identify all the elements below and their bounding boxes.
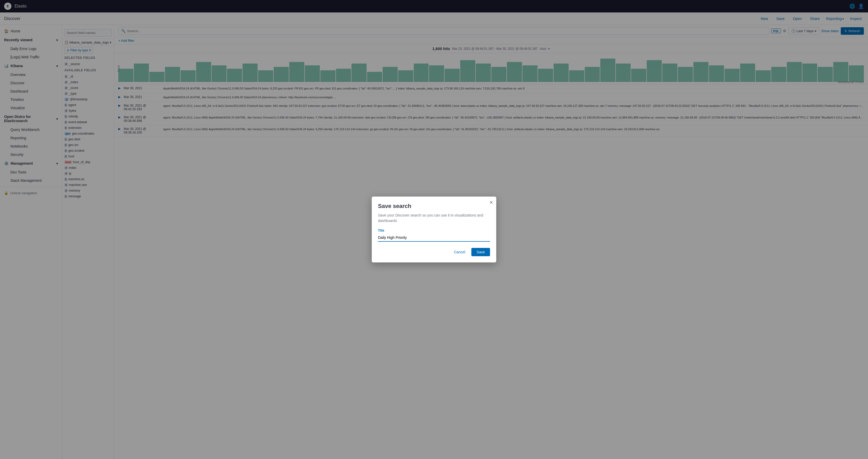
save-search-modal: ✕ Save search Save your Discover search … <box>372 197 496 262</box>
modal-overlay[interactable]: ✕ Save search Save your Discover search … <box>0 0 868 459</box>
modal-title-input[interactable] <box>378 234 490 242</box>
modal-close-button[interactable]: ✕ <box>489 200 493 205</box>
modal-description: Save your Discover search so you can use… <box>378 212 490 224</box>
modal-actions: Cancel Save <box>378 248 490 256</box>
modal-save-button[interactable]: Save <box>471 248 490 256</box>
cancel-button[interactable]: Cancel <box>450 248 469 256</box>
modal-title: Save search <box>378 203 490 209</box>
modal-title-label: Title <box>378 229 490 232</box>
